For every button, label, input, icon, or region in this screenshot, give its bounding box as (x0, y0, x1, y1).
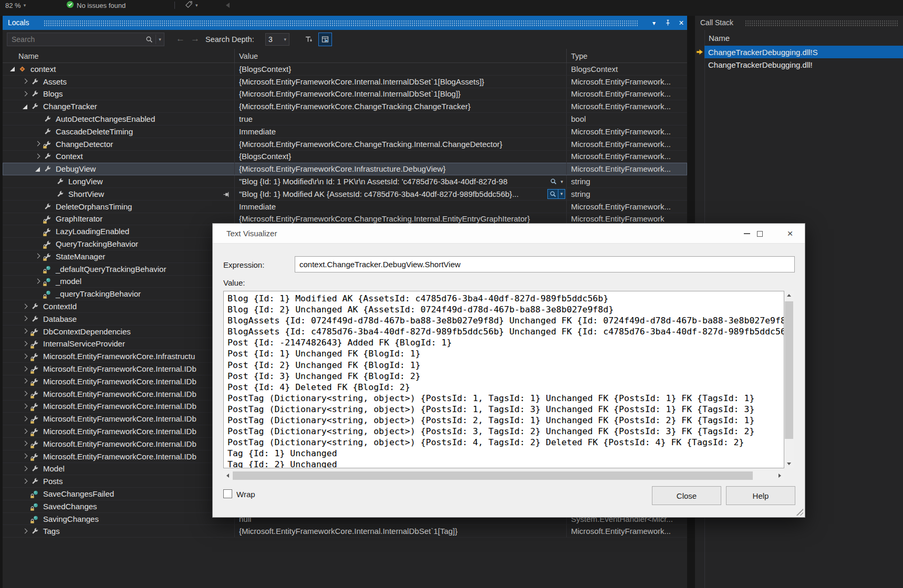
expander-closed-icon[interactable] (20, 477, 31, 486)
expander-closed-icon[interactable] (20, 340, 31, 348)
expander-closed-icon[interactable] (33, 152, 44, 161)
expander-closed-icon[interactable] (20, 314, 31, 323)
row-name-cell: LazyLoadingEnabled (3, 225, 234, 237)
locals-tree-row[interactable]: context{BlogsContext}BlogsContext (3, 63, 687, 76)
wrap-checkbox[interactable] (223, 489, 232, 498)
expander-closed-icon[interactable] (20, 365, 31, 373)
maximize-button[interactable] (753, 224, 766, 244)
call-stack-frame[interactable]: ChangeTrackerDebugging.dll!S (695, 46, 903, 58)
expander-open-icon[interactable] (20, 102, 31, 111)
visualizer-magnifier-button[interactable]: ▾ (548, 176, 565, 186)
search-icon[interactable] (143, 36, 155, 43)
row-name-cell: LongView (3, 175, 234, 187)
expander-closed-icon[interactable] (20, 439, 31, 448)
locals-tree-row[interactable]: ShortView"Blog {Id: 1} Modified AK {Asse… (3, 188, 687, 201)
locals-tree-row[interactable]: ChangeTracker{Microsoft.EntityFrameworkC… (3, 100, 687, 113)
expander-closed-icon[interactable] (20, 390, 31, 398)
forward-arrow-button[interactable]: → (191, 34, 200, 44)
variable-name: SavedChanges (43, 502, 97, 511)
locals-tree-row[interactable]: Context{BlogsContext}Microsoft.EntityFra… (3, 151, 687, 163)
expander-closed-icon[interactable] (33, 140, 44, 148)
expander-closed-icon[interactable] (33, 252, 44, 260)
row-name-cell: _model (3, 276, 234, 288)
variable-name: CascadeDeleteTiming (56, 127, 133, 136)
locals-tree-row[interactable]: Blogs{Microsoft.EntityFrameworkCore.Inte… (3, 88, 687, 101)
close-button[interactable]: Close (652, 486, 721, 505)
locals-tree-row[interactable]: Tags{Microsoft.EntityFrameworkCore.Inter… (3, 525, 687, 538)
locals-tree-row[interactable]: CascadeDeleteTimingImmediateMicrosoft.En… (3, 125, 687, 138)
column-header-name[interactable]: Name (18, 52, 39, 60)
call-stack-title-bar[interactable]: Call Stack (695, 16, 903, 30)
search-depth-select[interactable]: 3 ▾ (265, 33, 289, 46)
scroll-left-icon[interactable] (223, 471, 232, 480)
help-button[interactable]: Help (726, 486, 795, 505)
row-value-cell: {BlogsContext} (234, 63, 566, 75)
expander-closed-icon[interactable] (20, 452, 31, 460)
expander-closed-icon[interactable] (20, 77, 31, 86)
variable-type: Microsoft.EntityFramework... (566, 76, 687, 88)
expander-open-icon[interactable] (33, 165, 44, 173)
expander-closed-icon[interactable] (20, 377, 31, 385)
expander-closed-icon[interactable] (33, 277, 44, 286)
expander-closed-icon[interactable] (20, 402, 31, 411)
back-arrow-button[interactable]: ← (176, 34, 185, 44)
close-x-button[interactable]: × (783, 224, 797, 244)
row-name-cell: SavedChanges (3, 500, 234, 512)
variable-type: Microsoft.EntityFramework... (566, 201, 687, 213)
search-box[interactable]: ▾ (7, 33, 164, 46)
locals-title-bar[interactable]: Locals ▾ × (3, 16, 687, 30)
call-stack-column-header[interactable]: Name (704, 30, 730, 46)
call-stack-frame[interactable]: ChangeTrackerDebugging.dll! (695, 58, 903, 71)
chevron-down-icon: ▾ (284, 37, 286, 42)
column-header-value[interactable]: Value (239, 52, 258, 60)
locals-tree-row[interactable]: DebugView{Microsoft.EntityFrameworkCore.… (3, 163, 687, 175)
minimize-button[interactable] (740, 224, 754, 244)
variable-type: string (566, 175, 687, 187)
pin-to-source-icon[interactable] (223, 191, 230, 200)
vertical-scrollbar[interactable] (784, 291, 794, 468)
variable-name: _model (56, 277, 81, 286)
code-health-indicator[interactable]: No issues found (66, 1, 126, 10)
locals-tree-row[interactable]: LongView"Blog {Id: 1} Modified\r\n Id: 1… (3, 175, 687, 188)
locals-tree-row[interactable]: DeleteOrphansTimingImmediateMicrosoft.En… (3, 201, 687, 213)
column-header-type[interactable]: Type (571, 52, 587, 60)
variable-value: true (239, 114, 253, 123)
zoom-control[interactable]: 82 % ▾ (5, 1, 26, 10)
magnifier-dropdown-icon[interactable]: ▾ (558, 189, 565, 199)
expander-closed-icon[interactable] (20, 302, 31, 311)
locals-tree-row[interactable]: AutoDetectChangesEnabledtruebool (3, 113, 687, 125)
search-options-chevron-icon[interactable]: ▾ (155, 35, 164, 44)
scroll-down-icon[interactable] (784, 459, 793, 468)
expander-closed-icon[interactable] (20, 415, 31, 423)
expander-closed-icon[interactable] (20, 90, 31, 98)
dialog-title-bar[interactable]: Text Visualizer × (213, 224, 805, 244)
expander-closed-icon[interactable] (20, 427, 31, 436)
vertical-scrollbar-thumb[interactable] (785, 301, 793, 439)
magnifier-dropdown-icon[interactable]: ▾ (558, 176, 565, 186)
locals-tree-row[interactable]: ChangeDetector{Microsoft.EntityFramework… (3, 138, 687, 151)
row-name-cell: SavingChanges (3, 513, 234, 525)
expander-closed-icon[interactable] (20, 527, 31, 536)
locals-tree-row[interactable]: Assets{Microsoft.EntityFrameworkCore.Int… (3, 76, 687, 88)
expression-input[interactable] (295, 256, 795, 272)
horizontal-scrollbar[interactable] (223, 471, 784, 480)
expander-closed-icon[interactable] (20, 327, 31, 335)
scroll-up-icon[interactable] (784, 291, 793, 300)
search-input[interactable] (7, 35, 143, 44)
close-window-icon[interactable]: × (675, 16, 688, 30)
pin-window-icon[interactable] (661, 16, 674, 30)
panel-layout-toolbar-button[interactable] (318, 33, 332, 46)
resize-grip[interactable] (795, 508, 803, 516)
visualizer-magnifier-button[interactable]: ▾ (547, 189, 565, 199)
row-name-cell: context (3, 63, 234, 75)
scroll-right-icon[interactable] (775, 471, 784, 480)
visualizer-text-line: PostTag (Dictionary<string, object>) {Po… (227, 404, 784, 415)
value-text-area[interactable]: Blog {Id: 1} Modified AK {AssetsId: c478… (223, 291, 784, 468)
expander-closed-icon[interactable] (20, 352, 31, 361)
window-position-chevron-icon[interactable]: ▾ (648, 16, 660, 30)
format-toolbar-button[interactable] (302, 33, 316, 46)
expander-open-icon[interactable] (8, 65, 18, 73)
expander-closed-icon[interactable] (20, 465, 31, 473)
tag-dropdown[interactable]: ▾ (185, 1, 198, 10)
horizontal-scrollbar-thumb[interactable] (233, 471, 753, 480)
